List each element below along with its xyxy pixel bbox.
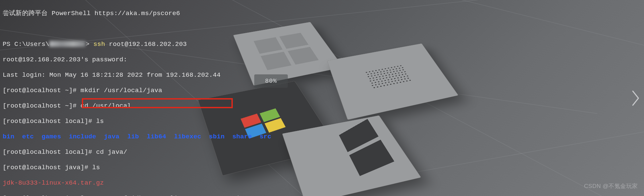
blurred-username — [49, 41, 86, 47]
ssh-cmd: ssh — [93, 41, 105, 48]
dir-entry: share — [232, 133, 252, 140]
highlight-rectangle — [82, 98, 233, 108]
cd-java-line: [root@localhost local]# cd java/ — [3, 148, 641, 156]
tar-command: tar -zxvf jdk-8u333-linux-x64.tar.gz — [92, 195, 236, 196]
dir-entry: lib — [127, 133, 139, 140]
dir-entry: libexec — [174, 133, 201, 140]
last-login: Last login: Mon May 16 18:21:28 2022 fro… — [3, 71, 641, 79]
dir-entry: etc — [22, 133, 34, 140]
ssh-args: root@192.168.202.203 — [105, 41, 187, 48]
dir-entry: games — [42, 133, 61, 140]
tar-line: [root@localhost java]# tar -zxvf jdk-8u3… — [3, 195, 641, 196]
dir-entry: bin — [3, 133, 14, 140]
dir-entry: src — [260, 133, 271, 140]
ps-suffix: > — [86, 41, 93, 48]
dir-entry: lib64 — [147, 133, 166, 140]
password-prompt: root@192.168.202.203's password: — [3, 56, 641, 64]
ps-prefix: PS C:\Users\ — [3, 41, 49, 48]
ls-java-line: [root@localhost java]# ls — [3, 164, 641, 172]
zoom-percent-badge: 80% — [254, 74, 288, 88]
banner-line: 尝试新的跨平台 PowerShell https://aka.ms/pscore… — [3, 10, 641, 17]
next-image-button[interactable] — [631, 88, 641, 108]
ls-local-line: [root@localhost local]# ls — [3, 118, 641, 125]
watermark-text: CSDN @不氪金玩家 — [584, 182, 638, 190]
mkdir-line: [root@localhost ~]# mkdir /usr/local/jav… — [3, 87, 641, 94]
banner-url: https://aka.ms/pscore6 — [95, 10, 180, 17]
ps-line: PS C:\Users\> ssh root@192.168.202.203 — [3, 41, 641, 48]
banner-cn: 尝试新的跨平台 PowerShell — [3, 10, 95, 17]
chevron-right-icon — [631, 90, 640, 106]
dir-entry: include — [69, 133, 96, 140]
dir-entry: java — [104, 133, 119, 140]
percent-value: 80% — [265, 77, 277, 85]
dir-listing: bin etc games include java lib lib64 lib… — [3, 133, 641, 141]
dir-entry: sbin — [209, 133, 224, 140]
jdk-file: jdk-8u333-linux-x64.tar.gz — [3, 179, 641, 187]
cursor: | — [236, 195, 240, 196]
